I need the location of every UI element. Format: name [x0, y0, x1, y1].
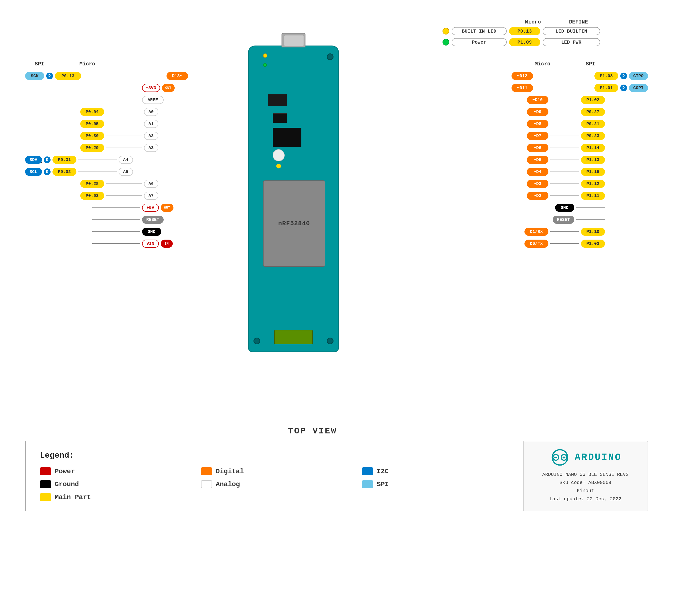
p030-badge: P0.30	[80, 132, 104, 140]
d6-line	[550, 148, 579, 148]
p023-badge: P0.23	[581, 132, 605, 140]
pin-a2-row: P0.30 A2	[80, 132, 158, 140]
usb-connector	[281, 33, 305, 47]
p113-badge: P1.13	[581, 156, 605, 164]
3v3-line	[92, 88, 140, 88]
a6-line	[106, 184, 142, 184]
a3-badge: A3	[144, 144, 158, 152]
product-info: ARDUINO NANO 33 BLE SENSE REV2 SKU code:…	[542, 470, 629, 503]
board-solder-point	[276, 164, 281, 168]
legend-left: Legend: Power Digital I2C	[26, 441, 523, 511]
p112-badge: P1.12	[581, 180, 605, 188]
legend-section: Legend: Power Digital I2C	[25, 441, 648, 511]
pin-d8-row: ~D8 P0.21	[527, 120, 605, 128]
arduino-board: nRF52840	[248, 45, 339, 352]
board-chip-1	[268, 94, 287, 106]
3v3-badge: +3V3	[142, 84, 160, 92]
builtin-led-define: LED_BUILTIN	[543, 27, 600, 35]
d3-pin-badge: ~D3	[527, 180, 548, 188]
pwr-led-row: Power P1.09 LED_PWR	[443, 38, 600, 46]
legend-label-i2c: I2C	[377, 468, 389, 475]
p002-badge: P0.02	[52, 168, 76, 176]
a5-badge: A5	[119, 168, 133, 176]
top-view-label: TOP VIEW	[288, 426, 337, 436]
a1-badge: A1	[144, 120, 158, 128]
reset-right-badge: RESET	[553, 216, 574, 224]
diagram-area: Micro DEFINE BUILT_IN LED P0.13 LED_BUIL…	[25, 14, 648, 422]
legend-item-digital: Digital	[201, 467, 348, 475]
p029-badge: P0.29	[80, 144, 104, 152]
pwr-led-micro: P1.09	[509, 38, 540, 46]
legend-label-power: Power	[55, 468, 75, 475]
cipo-d-circle: D	[620, 72, 627, 79]
5v-out-badge: OUT	[161, 204, 174, 212]
gnd-left-line	[92, 231, 140, 232]
legend-title: Legend:	[40, 451, 509, 460]
scl-badge: SCL	[25, 168, 42, 176]
scl-d-circle: D	[44, 168, 50, 175]
a5-line	[78, 172, 117, 172]
hole-tr	[327, 53, 333, 60]
legend-item-mainpart: Main Part	[40, 493, 187, 501]
hole-br	[327, 338, 333, 344]
board-sensor-white	[273, 149, 285, 161]
arduino-logo-icon	[549, 449, 571, 466]
p031-badge: P0.31	[52, 156, 76, 164]
d10-pin-badge: ~D10	[527, 96, 548, 104]
sck-badge: SCK	[25, 72, 44, 80]
pin-a5-row: SCL D P0.02 A5	[25, 168, 133, 176]
a3-line	[106, 148, 142, 148]
p021-badge: P0.21	[581, 120, 605, 128]
d4-pin-badge: ~D4	[527, 168, 548, 176]
main-container: Micro DEFINE BUILT_IN LED P0.13 LED_BUIL…	[0, 0, 673, 616]
product-sku: SKU code: ABX00069	[542, 479, 629, 487]
d9-pin-badge: ~D9	[527, 108, 548, 116]
builtin-led-label: BUILT_IN LED	[452, 27, 507, 35]
legend-item-spi: SPI	[362, 480, 509, 488]
pin-d0tx-row: D0/TX P1.03	[524, 240, 605, 248]
d5-pin-badge: ~D5	[527, 156, 548, 164]
pwr-led-icon	[443, 39, 449, 45]
pin-d3-row: ~D3 P1.12	[527, 180, 605, 188]
d7-pin-badge: ~D7	[527, 132, 548, 140]
nrf-module: nRF52840	[263, 180, 325, 267]
d11-pin-badge: ~D11	[511, 84, 533, 92]
d5-line	[550, 160, 579, 160]
p013-badge: P0.13	[55, 72, 81, 80]
a0-line	[106, 112, 142, 112]
5v-line	[92, 207, 140, 208]
board-connector-bottom	[274, 330, 313, 344]
left-micro-header: Micro	[68, 61, 106, 67]
d11-line	[535, 88, 593, 88]
a2-line	[106, 136, 142, 136]
hole-bl	[253, 338, 260, 344]
legend-label-ground: Ground	[55, 481, 79, 488]
sda-d-circle: D	[44, 157, 50, 163]
d1rx-badge: D1/RX	[524, 228, 548, 236]
5v-badge: +5V	[142, 204, 159, 212]
builtin-led-icon	[443, 28, 449, 34]
aref-badge: AREF	[142, 96, 164, 104]
legend-label-analog: Analog	[216, 481, 240, 488]
3v3-out-badge: OUT	[162, 84, 175, 92]
legend-item-power: Power	[40, 467, 187, 475]
legend-swatch-ground	[40, 480, 51, 488]
pin-d12-row: ~D12 P1.08 D CIPO	[511, 72, 648, 80]
pin-d4-row: ~D4 P1.15	[527, 168, 605, 176]
copi-badge: COPI	[629, 84, 648, 92]
d8-pin-badge: ~D8	[527, 120, 548, 128]
legend-swatch-power	[40, 467, 51, 475]
legend-label-digital: Digital	[216, 468, 244, 475]
legend-item-ground: Ground	[40, 480, 187, 488]
p115-badge: P1.15	[581, 168, 605, 176]
d7-line	[550, 136, 579, 136]
pin-gnd-left-row: GND	[92, 228, 161, 236]
product-type: Pinout	[542, 487, 629, 495]
nrf-module-label: nRF52840	[278, 220, 310, 227]
pin-a1-row: P0.05 A1	[80, 120, 158, 128]
legend-item-i2c: I2C	[362, 467, 509, 475]
pin-d13-row: SCK D P0.13 D13~	[25, 72, 188, 80]
sda-badge: SDA	[25, 156, 42, 164]
pin-d11-row: ~D11 P1.01 D COPI	[511, 84, 648, 92]
p101-badge: P1.01	[595, 84, 618, 92]
